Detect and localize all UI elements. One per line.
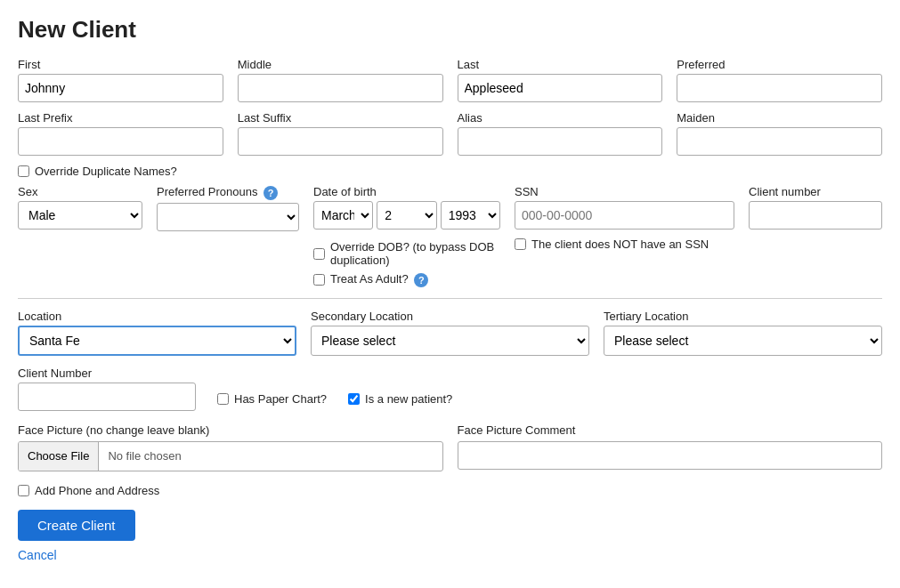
- last-suffix-label: Last Suffix: [238, 111, 443, 125]
- add-phone-label: Add Phone and Address: [35, 484, 159, 497]
- location-label: Location: [18, 310, 296, 323]
- middle-name-input[interactable]: [238, 74, 443, 102]
- create-client-button[interactable]: Create Client: [18, 510, 135, 541]
- client-number-input[interactable]: [18, 383, 196, 411]
- choose-file-button[interactable]: Choose File: [19, 442, 99, 471]
- first-name-label: First: [18, 58, 223, 71]
- alias-input[interactable]: [458, 127, 663, 156]
- pronouns-help-icon[interactable]: ?: [264, 186, 278, 200]
- maiden-label: Maiden: [677, 111, 882, 125]
- secondary-location-label: Secondary Location: [311, 310, 589, 323]
- last-prefix-label: Last Prefix: [18, 111, 223, 125]
- preferred-name-input[interactable]: [677, 74, 882, 102]
- face-picture-comment-label: Face Picture Comment: [458, 423, 883, 437]
- sex-label: Sex: [18, 185, 142, 198]
- treat-adult-help-icon[interactable]: ?: [414, 273, 428, 287]
- client-number-top-label: Client number: [749, 185, 882, 198]
- file-name-display: No file chosen: [99, 445, 442, 467]
- page-title: New Client: [18, 16, 882, 44]
- secondary-location-select[interactable]: Please select: [311, 326, 589, 356]
- location-select[interactable]: Santa Fe: [18, 326, 296, 356]
- has-paper-chart-checkbox[interactable]: [217, 393, 229, 405]
- alias-label: Alias: [458, 111, 663, 125]
- treat-as-adult-label: Treat As Adult? ?: [330, 272, 428, 287]
- pronouns-select[interactable]: [157, 203, 299, 231]
- dob-month-select[interactable]: January February March April May June Ju…: [313, 201, 373, 230]
- face-picture-comment-input[interactable]: [458, 441, 883, 470]
- dob-year-select[interactable]: 2024202320222021202020192018201720162015…: [441, 201, 500, 230]
- client-number-top-input[interactable]: [749, 201, 882, 230]
- tertiary-location-label: Tertiary Location: [604, 310, 882, 323]
- ssn-input[interactable]: [515, 201, 734, 230]
- dob-label: Date of birth: [313, 185, 500, 198]
- middle-name-label: Middle: [238, 58, 443, 71]
- section-divider-1: [18, 298, 882, 299]
- override-dob-label: Override DOB? (to bypass DOB duplication…: [330, 240, 500, 267]
- is-new-patient-checkbox[interactable]: [348, 393, 360, 405]
- pronouns-label: Preferred Pronouns ?: [157, 185, 299, 200]
- no-ssn-checkbox[interactable]: [515, 238, 526, 250]
- is-new-patient-label: Is a new patient?: [365, 392, 452, 406]
- ssn-label: SSN: [515, 185, 734, 198]
- first-name-input[interactable]: [18, 74, 223, 102]
- last-suffix-input[interactable]: [238, 127, 443, 156]
- maiden-input[interactable]: [677, 127, 882, 156]
- last-name-input[interactable]: [458, 74, 663, 102]
- cancel-link[interactable]: Cancel: [18, 548, 57, 562]
- dob-day-select[interactable]: 1 2 34567 89101112 1314151617 1819202122…: [377, 201, 436, 230]
- override-duplicate-names-label: Override Duplicate Names?: [35, 165, 177, 178]
- tertiary-location-select[interactable]: Please select: [604, 326, 882, 356]
- last-prefix-input[interactable]: [18, 127, 223, 156]
- override-dob-checkbox[interactable]: [313, 248, 325, 260]
- file-input-wrapper: Choose File No file chosen: [18, 441, 443, 471]
- no-ssn-label: The client does NOT have an SSN: [531, 238, 709, 251]
- sex-select[interactable]: Male Female Unknown: [18, 201, 142, 230]
- last-name-label: Last: [458, 58, 663, 71]
- override-duplicate-names-checkbox[interactable]: [18, 165, 29, 177]
- face-picture-label: Face Picture (no change leave blank): [18, 423, 443, 437]
- has-paper-chart-label: Has Paper Chart?: [234, 392, 327, 406]
- add-phone-checkbox[interactable]: [18, 485, 29, 496]
- client-number-label: Client Number: [18, 366, 196, 380]
- preferred-name-label: Preferred: [677, 58, 882, 71]
- treat-as-adult-checkbox[interactable]: [313, 274, 325, 286]
